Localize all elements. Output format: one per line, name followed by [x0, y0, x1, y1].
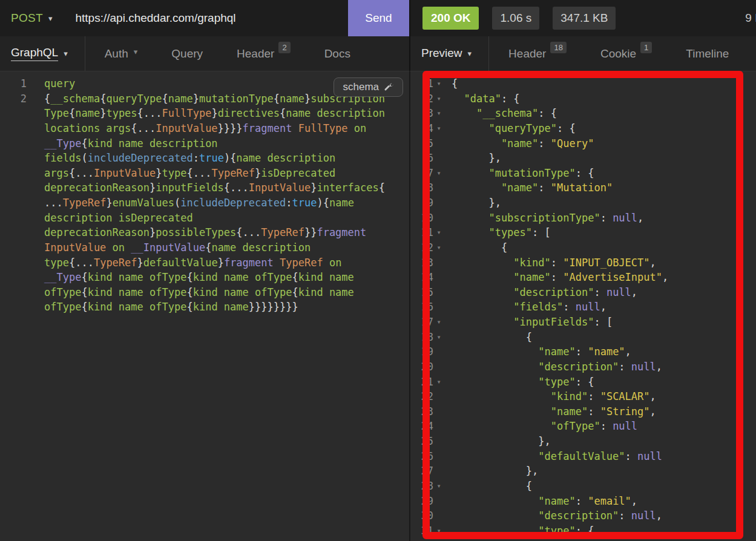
fold-spacer	[433, 344, 444, 359]
code-line: ofType{kind name ofType{kind name ofType…	[0, 285, 409, 300]
fold-toggle-icon[interactable]: ▾	[433, 91, 444, 107]
tab-cookie[interactable]: Cookie1	[600, 47, 652, 61]
code-text: deprecationReason}possibleTypes{...TypeR…	[44, 225, 366, 240]
line-number: 12	[410, 240, 433, 255]
url-input[interactable]: https://api.cheddar.com/graphql	[75, 11, 235, 25]
fold-toggle-icon[interactable]: ▾	[433, 330, 444, 345]
code-text: "inputFields": [	[452, 315, 613, 330]
code-text: "description": null,	[452, 359, 662, 375]
code-line: 14 "name": "AdvertiseInput",	[410, 270, 756, 285]
response-tab-bar: Preview ▾ Header18Cookie1Timeline	[409, 36, 756, 71]
line-number: 25	[410, 434, 433, 449]
fold-spacer	[433, 151, 444, 166]
tab-label: Header	[237, 47, 274, 61]
code-text: "description": null,	[452, 285, 637, 300]
request-url-bar: POST ▾ https://api.cheddar.com/graphql S…	[0, 0, 409, 36]
fold-toggle-icon[interactable]: ▾	[433, 240, 444, 255]
tab-label: Auth	[105, 47, 128, 61]
tab-bars: GraphQL ▾ Auth▾QueryHeader2Docs Preview …	[0, 36, 756, 71]
line-number: 20	[410, 359, 433, 375]
tab-count-badge: 1	[640, 42, 652, 53]
fold-spacer	[433, 195, 444, 211]
schema-button[interactable]: schema	[334, 77, 403, 97]
code-text: {	[452, 76, 458, 91]
fold-toggle-icon[interactable]: ▾	[433, 106, 444, 121]
tab-header[interactable]: Header18	[508, 47, 567, 61]
body-type-label: GraphQL	[11, 46, 58, 61]
code-line: Type{name}types{...FullType}directives{n…	[0, 106, 409, 121]
api-client-window: { "topbar": { "method": "POST", "url": "…	[0, 0, 756, 541]
code-line: locations args{...InputValue}}}}fragment…	[0, 121, 409, 136]
code-text: "kind": "INPUT_OBJECT",	[452, 255, 656, 270]
line-number: 24	[410, 419, 433, 434]
fold-toggle-icon[interactable]: ▾	[433, 166, 444, 181]
code-text: "ofType": null	[452, 419, 637, 434]
code-line: 13 "kind": "INPUT_OBJECT",	[410, 255, 756, 270]
line-number	[0, 180, 27, 195]
chevron-down-icon[interactable]: ▾	[48, 14, 53, 23]
code-line: 19 "name": "name",	[410, 344, 756, 359]
fold-toggle-icon[interactable]: ▾	[433, 121, 444, 136]
response-history-dropdown[interactable]: 9 M	[745, 11, 756, 25]
line-number: 10	[410, 211, 433, 226]
send-button[interactable]: Send	[348, 0, 409, 36]
preview-mode-dropdown[interactable]: Preview ▾	[410, 36, 489, 71]
tab-docs[interactable]: Docs	[324, 47, 350, 61]
editor-panels: 1query2{__schema{queryType{name}mutation…	[0, 71, 756, 541]
tab-auth[interactable]: Auth▾	[105, 47, 138, 61]
code-text: },	[452, 464, 538, 479]
graphql-query-editor[interactable]: 1query2{__schema{queryType{name}mutation…	[0, 71, 409, 541]
line-number: 16	[410, 300, 433, 315]
line-number	[0, 211, 27, 226]
fold-spacer	[433, 419, 444, 434]
line-number: 14	[410, 270, 433, 285]
code-line: 21▾ "type": {	[410, 375, 756, 390]
fold-toggle-icon[interactable]: ▾	[433, 523, 444, 539]
code-line: 22 "kind": "SCALAR",	[410, 389, 756, 404]
code-text: "types": [	[452, 225, 551, 240]
tab-timeline[interactable]: Timeline	[686, 47, 729, 61]
response-preview-editor[interactable]: 1▾{2▾ "data": {3▾ "__schema": {4▾ "query…	[409, 71, 756, 541]
code-line: 15 "description": null,	[410, 285, 756, 300]
line-number: 11	[410, 225, 433, 240]
fold-toggle-icon[interactable]: ▾	[433, 375, 444, 390]
code-text: "queryType": {	[452, 121, 576, 136]
fold-toggle-icon[interactable]: ▾	[433, 479, 444, 494]
line-number	[0, 300, 27, 315]
tab-query[interactable]: Query	[171, 47, 203, 61]
line-number: 3	[410, 106, 433, 121]
line-number: 19	[410, 344, 433, 359]
code-text: "mutationType": {	[452, 166, 594, 181]
tab-count-badge: 2	[278, 42, 290, 53]
fold-spacer	[433, 389, 444, 404]
code-line: 7▾ "mutationType": {	[410, 166, 756, 181]
line-number: 23	[410, 404, 433, 419]
code-text: },	[452, 151, 501, 166]
fold-spacer	[433, 136, 444, 151]
code-line: __Type{kind name ofType{kind name ofType…	[0, 270, 409, 285]
line-number	[0, 285, 27, 300]
tab-label: Cookie	[600, 47, 636, 61]
fold-toggle-icon[interactable]: ▾	[433, 76, 444, 91]
line-number: 15	[410, 285, 433, 300]
code-text: {	[452, 240, 507, 255]
code-line: 8 "name": "Mutation"	[410, 180, 756, 195]
preview-mode-label: Preview	[421, 47, 462, 61]
code-text: InputValue on __InputValue{name descript…	[44, 240, 311, 255]
method-dropdown[interactable]: POST	[11, 11, 43, 25]
code-text: "type": {	[452, 523, 594, 539]
line-number: 7	[410, 166, 433, 181]
code-line: 29 "name": "email",	[410, 494, 756, 509]
line-number: 31	[410, 523, 433, 539]
tab-header[interactable]: Header2	[237, 47, 291, 61]
schema-button-label: schema	[343, 81, 379, 93]
code-line: deprecationReason}inputFields{...InputVa…	[0, 180, 409, 195]
query-code: 1query2{__schema{queryType{name}mutation…	[0, 76, 409, 315]
code-line: 20 "description": null,	[410, 359, 756, 375]
fold-toggle-icon[interactable]: ▾	[433, 315, 444, 330]
code-text: ofType{kind name ofType{kind name ofType…	[44, 285, 354, 300]
body-type-dropdown[interactable]: GraphQL ▾	[0, 36, 85, 71]
line-number: 22	[410, 389, 433, 404]
code-text: "data": {	[452, 91, 520, 107]
fold-toggle-icon[interactable]: ▾	[433, 225, 444, 240]
